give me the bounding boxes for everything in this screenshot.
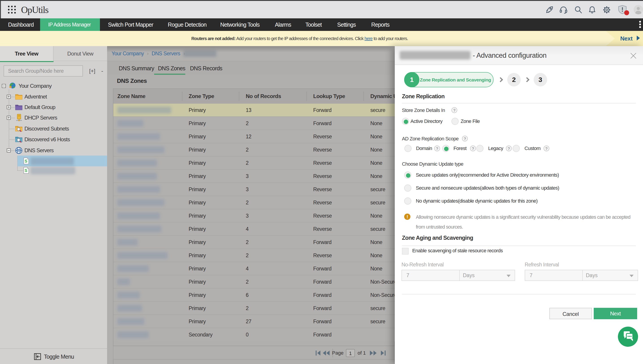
svg-text:S: S [25,159,27,164]
svg-text:S: S [25,168,27,173]
svg-text:DNS: DNS [17,150,20,152]
